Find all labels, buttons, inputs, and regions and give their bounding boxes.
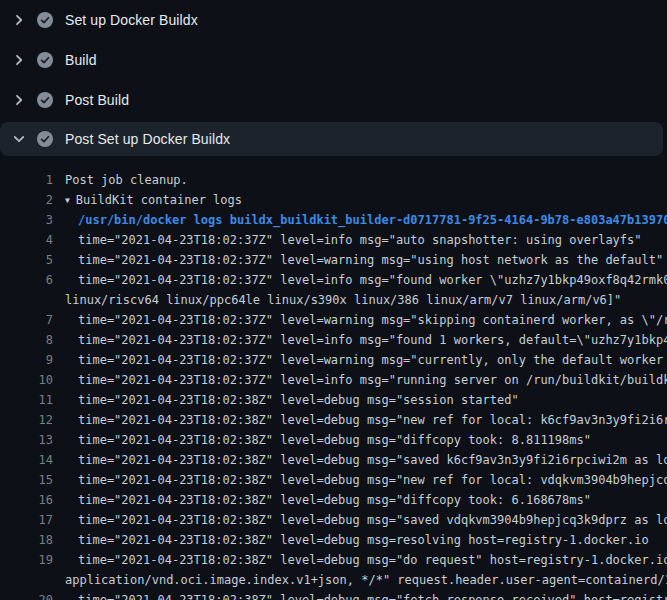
log-text: time="2021-04-23T18:02:37Z" level=warnin… [53, 310, 667, 330]
step-row-set-up-docker-buildx[interactable]: Set up Docker Buildx [0, 0, 667, 40]
log-text: time="2021-04-23T18:02:38Z" level=debug … [53, 450, 667, 470]
log-text: time="2021-04-23T18:02:38Z" level=debug … [53, 470, 667, 490]
log-text: time="2021-04-23T18:02:37Z" level=info m… [53, 330, 667, 350]
log-line: 15time="2021-04-23T18:02:38Z" level=debu… [0, 470, 667, 490]
log-line: 14time="2021-04-23T18:02:38Z" level=debu… [0, 450, 667, 470]
log-text: time="2021-04-23T18:02:38Z" level=debug … [53, 550, 667, 570]
line-number [0, 290, 53, 310]
log-text: Post job cleanup. [53, 170, 188, 190]
line-number[interactable]: 8 [0, 330, 53, 350]
log-text: time="2021-04-23T18:02:38Z" level=debug … [53, 530, 649, 550]
log-command-text: /usr/bin/docker logs buildx_buildkit_bui… [53, 210, 667, 230]
log-line: 6time="2021-04-23T18:02:37Z" level=info … [0, 270, 667, 290]
step-row-post-build[interactable]: Post Build [0, 80, 667, 120]
steps-list: Set up Docker Buildx Build Post Build Po… [0, 0, 667, 156]
log-text: time="2021-04-23T18:02:38Z" level=debug … [53, 590, 667, 600]
line-number[interactable]: 18 [0, 530, 53, 550]
line-number[interactable]: 12 [0, 410, 53, 430]
line-number[interactable]: 1 [0, 170, 53, 190]
log-line: 7time="2021-04-23T18:02:37Z" level=warni… [0, 310, 667, 330]
line-number[interactable]: 10 [0, 370, 53, 390]
log-text: application/vnd.oci.image.index.v1+json,… [53, 570, 667, 590]
log-line: 10time="2021-04-23T18:02:37Z" level=info… [0, 370, 667, 390]
check-circle-icon [37, 52, 53, 68]
log-line: 9time="2021-04-23T18:02:37Z" level=warni… [0, 350, 667, 370]
line-number[interactable]: 17 [0, 510, 53, 530]
check-circle-icon [37, 12, 53, 28]
log-line: 11time="2021-04-23T18:02:38Z" level=debu… [0, 390, 667, 410]
line-number[interactable]: 4 [0, 230, 53, 250]
log-text: time="2021-04-23T18:02:38Z" level=debug … [53, 410, 667, 430]
log-line: 5time="2021-04-23T18:02:37Z" level=warni… [0, 250, 667, 270]
log-group-toggle[interactable]: ▼BuildKit container logs [53, 190, 242, 210]
log-line: 8time="2021-04-23T18:02:37Z" level=info … [0, 330, 667, 350]
log-text: time="2021-04-23T18:02:38Z" level=debug … [53, 490, 591, 510]
line-number[interactable]: 20 [0, 590, 53, 600]
line-number[interactable]: 13 [0, 430, 53, 450]
step-label: Post Build [65, 92, 129, 108]
line-number[interactable]: 14 [0, 450, 53, 470]
log-line: linux/riscv64 linux/ppc64le linux/s390x … [0, 290, 667, 310]
chevron-right-icon [11, 52, 27, 68]
log-line: 13time="2021-04-23T18:02:38Z" level=debu… [0, 430, 667, 450]
step-label: Set up Docker Buildx [65, 12, 198, 28]
log-text: time="2021-04-23T18:02:38Z" level=debug … [53, 390, 519, 410]
step-row-build[interactable]: Build [0, 40, 667, 80]
log-line: 4time="2021-04-23T18:02:37Z" level=info … [0, 230, 667, 250]
log-line: 3/usr/bin/docker logs buildx_buildkit_bu… [0, 210, 667, 230]
check-circle-icon [37, 92, 53, 108]
line-number[interactable]: 19 [0, 550, 53, 570]
log-text: time="2021-04-23T18:02:38Z" level=debug … [53, 510, 667, 530]
check-circle-icon [37, 131, 53, 147]
log-text: time="2021-04-23T18:02:38Z" level=debug … [53, 430, 591, 450]
line-number[interactable]: 16 [0, 490, 53, 510]
step-row-post-set-up-docker-buildx[interactable]: Post Set up Docker Buildx [0, 122, 663, 156]
log-line: 19time="2021-04-23T18:02:38Z" level=debu… [0, 550, 667, 570]
chevron-right-icon [11, 12, 27, 28]
line-number[interactable]: 11 [0, 390, 53, 410]
log-text: time="2021-04-23T18:02:37Z" level=warnin… [53, 250, 663, 270]
log-line: 12time="2021-04-23T18:02:38Z" level=debu… [0, 410, 667, 430]
line-number[interactable]: 3 [0, 210, 53, 230]
log-text: linux/riscv64 linux/ppc64le linux/s390x … [53, 290, 621, 310]
log-line: 18time="2021-04-23T18:02:38Z" level=debu… [0, 530, 667, 550]
log-text: time="2021-04-23T18:02:37Z" level=info m… [53, 270, 667, 290]
log-text: time="2021-04-23T18:02:37Z" level=info m… [53, 230, 642, 250]
log-line: 20time="2021-04-23T18:02:38Z" level=debu… [0, 590, 667, 600]
log-text: time="2021-04-23T18:02:37Z" level=info m… [53, 370, 667, 390]
log-line: 1Post job cleanup. [0, 170, 667, 190]
log-text: time="2021-04-23T18:02:37Z" level=warnin… [53, 350, 667, 370]
step-label: Build [65, 52, 97, 68]
line-number[interactable]: 6 [0, 270, 53, 290]
chevron-down-icon [11, 131, 27, 147]
line-number[interactable]: 15 [0, 470, 53, 490]
log-line: application/vnd.oci.image.index.v1+json,… [0, 570, 667, 590]
log-line: 2▼BuildKit container logs [0, 190, 667, 210]
collapse-caret-icon[interactable]: ▼ [65, 191, 70, 210]
line-number[interactable]: 9 [0, 350, 53, 370]
log-line: 16time="2021-04-23T18:02:38Z" level=debu… [0, 490, 667, 510]
log-area: 1Post job cleanup.2▼BuildKit container l… [0, 156, 667, 600]
step-label: Post Set up Docker Buildx [65, 131, 230, 147]
line-number[interactable]: 5 [0, 250, 53, 270]
line-number[interactable]: 2 [0, 190, 53, 210]
line-number [0, 570, 53, 590]
chevron-right-icon [11, 92, 27, 108]
line-number[interactable]: 7 [0, 310, 53, 330]
log-line: 17time="2021-04-23T18:02:38Z" level=debu… [0, 510, 667, 530]
